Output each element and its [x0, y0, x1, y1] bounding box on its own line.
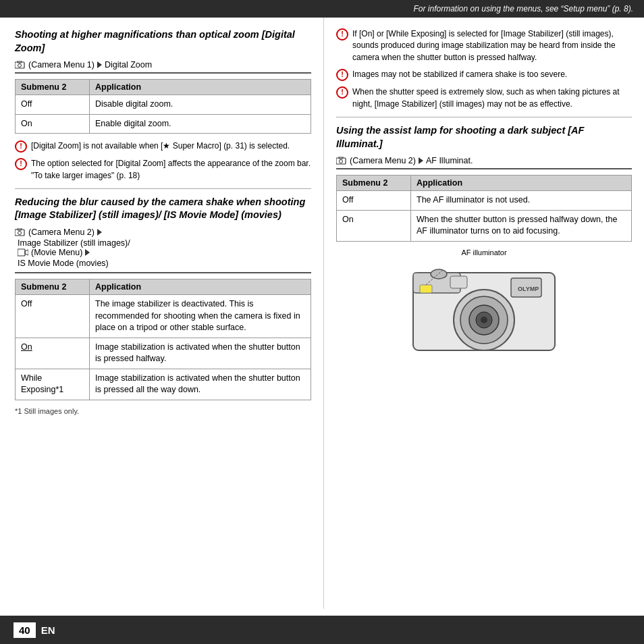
footnote: *1 Still images only.	[15, 407, 311, 415]
svg-point-16	[481, 317, 487, 323]
arrow-icon-4	[419, 157, 423, 164]
note-item-1: ! [Digital Zoom] is not available when […	[15, 140, 311, 153]
section2-camera-menu: (Camera Menu 2)	[28, 227, 95, 237]
af-illuminator-label: AF illuminator	[336, 248, 632, 257]
right-note-1: ! If [On] or [While Exposing] is selecte…	[336, 28, 632, 63]
camera-icon-2	[15, 228, 26, 236]
svg-point-5	[18, 232, 22, 235]
footer: 40 EN	[0, 616, 644, 644]
svg-point-9	[340, 160, 343, 163]
is-row2-application: Image stabilization is activated when th…	[90, 338, 311, 369]
svg-rect-6	[18, 249, 25, 256]
right-note-text-1: If [On] or [While Exposing] is selected …	[352, 28, 632, 63]
right-note-text-3: When the shutter speed is extremely slow…	[352, 86, 632, 110]
arrow-icon-2	[97, 229, 102, 236]
section-digital-zoom: Shooting at higher magnifications than o…	[15, 28, 311, 182]
af-camera-menu: (Camera Menu 2)	[350, 156, 416, 165]
right-note-icon-2: !	[336, 69, 348, 81]
note-icon-1: !	[15, 140, 27, 153]
is-table-col2-header: Application	[90, 279, 311, 295]
section2-menu-path: (Camera Menu 2) Image Stabilizer (still …	[15, 227, 311, 273]
af-table-col2-header: Application	[411, 176, 632, 191]
dz-row2-application: Enable digital zoom.	[90, 114, 311, 134]
movie-icon	[18, 248, 28, 257]
section2-movie-menu: (Movie Menu)	[31, 248, 82, 257]
dz-row1-submenu: Off	[16, 95, 90, 115]
arrow-icon-1	[97, 61, 102, 68]
footer-page-number: 40	[14, 622, 36, 638]
section-af-illuminat: Using the assist lamp for shooting a dar…	[336, 124, 632, 357]
note-text-1: [Digital Zoom] is not available when [★ …	[31, 140, 311, 152]
is-row2-submenu: On	[16, 338, 90, 369]
af-menu-item: AF Illuminat.	[426, 156, 473, 165]
table-row: On When the shutter button is pressed ha…	[337, 210, 632, 241]
table-row: Off The image stabilizer is deactivated.…	[16, 295, 311, 338]
section1-menu-path-item: Digital Zoom	[105, 60, 152, 70]
af-row2-submenu: On	[337, 210, 411, 241]
af-table: Submenu 2 Application Off The AF illumin…	[336, 175, 632, 242]
note-icon-2: !	[15, 158, 27, 170]
dz-table-col2-header: Application	[90, 80, 311, 95]
digital-zoom-table: Submenu 2 Application Off Disable digita…	[15, 79, 311, 134]
camera-icon-1	[15, 61, 26, 69]
camera-icon-3	[336, 157, 347, 165]
svg-rect-21	[450, 276, 467, 288]
top-banner: For information on using the menus, see …	[0, 0, 644, 18]
section-image-stabilizer: Reducing the blur caused by the camera s…	[15, 196, 311, 415]
arrow-icon-3	[85, 249, 90, 256]
table-row: On Enable digital zoom.	[16, 114, 311, 134]
dz-row2-submenu: On	[16, 114, 90, 134]
camera-svg: OLYMP	[406, 259, 562, 357]
is-row3-application: Image stabilization is activated when th…	[90, 369, 311, 400]
is-row3-submenu: While Exposing*1	[16, 369, 90, 400]
af-row1-submenu: Off	[337, 191, 411, 211]
is-table: Submenu 2 Application Off The image stab…	[15, 279, 311, 400]
svg-text:OLYMP: OLYMP	[518, 286, 539, 292]
svg-rect-18	[420, 285, 432, 293]
note-item-2: ! The option selected for [Digital Zoom]…	[15, 158, 311, 182]
table-row: Off Disable digital zoom.	[16, 95, 311, 115]
af-table-col1-header: Submenu 2	[337, 176, 411, 191]
af-menu-path: (Camera Menu 2) AF Illuminat.	[336, 156, 632, 169]
svg-point-2	[18, 64, 22, 68]
note-text-2: The option selected for [Digital Zoom] a…	[31, 158, 311, 182]
dz-row1-application: Disable digital zoom.	[90, 95, 311, 115]
section2-menu-path-line2: Image Stabilizer (still images)/	[15, 238, 311, 248]
section2-title: Reducing the blur caused by the camera s…	[15, 196, 311, 222]
left-column: Shooting at higher magnifications than o…	[0, 18, 324, 609]
is-row1-application: The image stabilizer is deactivated. Thi…	[90, 295, 311, 338]
af-section-title: Using the assist lamp for shooting a dar…	[336, 124, 632, 151]
section1-title: Shooting at higher magnifications than o…	[15, 28, 311, 55]
footer-language: EN	[41, 624, 55, 636]
af-row2-application: When the shutter button is pressed halfw…	[411, 210, 632, 241]
section2-menu-path-line3: (Movie Menu)	[15, 248, 311, 259]
is-row1-submenu: Off	[16, 295, 90, 338]
af-row1-application: The AF illuminator is not used.	[411, 191, 632, 211]
right-note-2: ! Images may not be stabilized if camera…	[336, 69, 632, 81]
af-illustration-container: AF illuminator	[336, 248, 632, 357]
is-table-col1-header: Submenu 2	[16, 279, 90, 295]
right-note-icon-1: !	[336, 28, 348, 41]
section-divider-2	[336, 117, 632, 117]
right-column: ! If [On] or [While Exposing] is selecte…	[324, 18, 644, 609]
camera-illustration: OLYMP	[336, 259, 632, 357]
section2-menu-path-line1: (Camera Menu 2)	[15, 227, 311, 238]
table-row: Off The AF illuminator is not used.	[337, 191, 632, 211]
section-divider-1	[15, 188, 311, 189]
section2-menu-path-line4: IS Movie Mode (movies)	[15, 259, 311, 268]
section1-menu-path-text: (Camera Menu 1)	[28, 60, 95, 70]
right-note-text-2: Images may not be stabilized if camera s…	[352, 69, 632, 80]
table-row: On Image stabilization is activated when…	[16, 338, 311, 369]
svg-point-17	[431, 269, 447, 279]
section1-menu-path: (Camera Menu 1) Digital Zoom	[15, 60, 311, 74]
dz-table-col1-header: Submenu 2	[16, 80, 90, 95]
right-note-3: ! When the shutter speed is extremely sl…	[336, 86, 632, 110]
right-note-icon-3: !	[336, 86, 348, 99]
table-row: While Exposing*1 Image stabilization is …	[16, 369, 311, 400]
top-banner-text: For information on using the menus, see …	[414, 4, 634, 14]
